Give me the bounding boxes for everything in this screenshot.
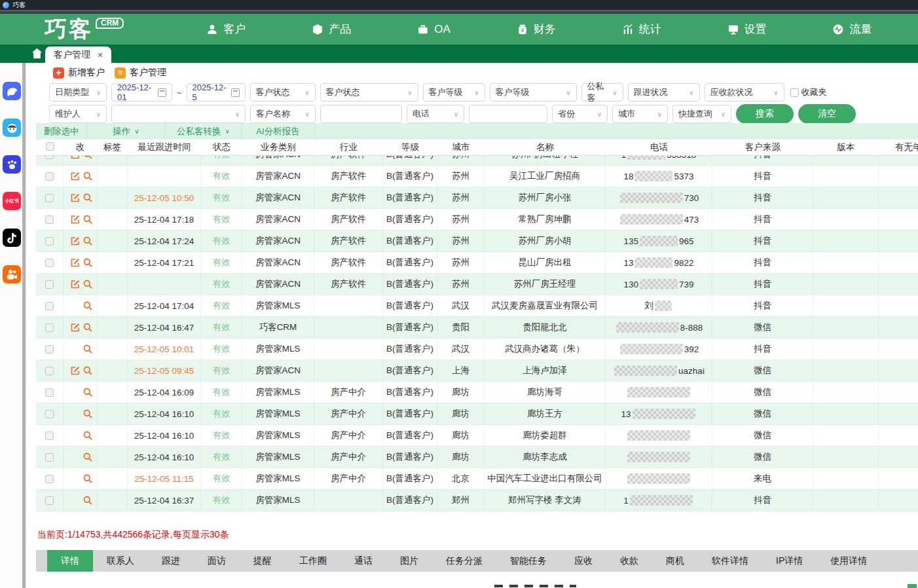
action-操作[interactable]: 操作∨ <box>87 123 166 139</box>
detail-tab-任务分派[interactable]: 任务分派 <box>432 550 496 572</box>
view-search-icon[interactable] <box>83 236 93 246</box>
detail-tab-IP详情[interactable]: IP详情 <box>762 550 817 572</box>
row-checkbox[interactable] <box>45 194 54 202</box>
nav-item-产品[interactable]: 产品 <box>312 22 351 37</box>
detail-tab-软件详情[interactable]: 软件详情 <box>698 550 762 572</box>
manage-customer-button[interactable]: ≡ 客户管理 <box>115 67 166 79</box>
detail-tab-收款[interactable]: 收款 <box>606 550 652 572</box>
edit-icon[interactable] <box>70 193 81 203</box>
row-checkbox[interactable] <box>45 280 54 289</box>
app-shortcut-deepseek[interactable] <box>3 82 21 100</box>
nav-item-流量[interactable]: 流量 <box>832 22 872 37</box>
view-search-icon[interactable] <box>83 387 93 397</box>
detail-tab-商机[interactable]: 商机 <box>652 550 698 572</box>
nav-item-统计[interactable]: 统计 <box>622 22 661 37</box>
row-checkbox[interactable] <box>45 410 54 418</box>
edit-icon[interactable] <box>70 236 81 246</box>
maintainer-select[interactable]: 维护人∨ <box>49 105 107 123</box>
nav-item-财务[interactable]: ¥财务 <box>517 22 556 37</box>
edit-icon[interactable] <box>70 171 81 181</box>
province-select[interactable]: 省份∨ <box>552 105 608 123</box>
city-select[interactable]: 城市∨ <box>612 105 668 123</box>
view-search-icon[interactable] <box>83 301 93 311</box>
select-all-checkbox[interactable] <box>46 142 54 151</box>
detail-tab-提醒[interactable]: 提醒 <box>240 550 285 572</box>
date-from-input[interactable]: 2025-12-01 <box>111 83 172 101</box>
customer-level-select[interactable]: 客户等级∨ <box>423 83 485 101</box>
detail-tab-智能任务[interactable]: 智能任务 <box>496 550 560 572</box>
detail-tab-通话[interactable]: 通话 <box>340 550 386 572</box>
customer-level-select-2[interactable]: 客户等级∨ <box>490 83 577 101</box>
app-shortcut-xiaohongshu[interactable]: 小红书 <box>3 192 21 210</box>
phone-field-select[interactable]: 电话∨ <box>407 105 464 123</box>
view-search-icon[interactable] <box>83 344 93 354</box>
edit-icon[interactable] <box>70 156 81 160</box>
search-button[interactable]: 搜索 <box>736 104 794 124</box>
maintainer-value-select[interactable]: ∨ <box>111 105 246 123</box>
edit-icon[interactable] <box>70 365 81 376</box>
view-search-icon[interactable] <box>83 171 93 181</box>
row-checkbox[interactable] <box>45 388 54 397</box>
row-checkbox[interactable] <box>45 259 54 267</box>
quick-query-select[interactable]: 快捷查询∨ <box>672 105 731 123</box>
view-search-icon[interactable] <box>83 495 93 505</box>
edit-icon[interactable] <box>70 214 81 225</box>
row-checkbox[interactable] <box>45 172 54 181</box>
customer-name-select[interactable]: 客户名称∨ <box>250 105 316 123</box>
detail-tab-图片[interactable]: 图片 <box>386 550 432 572</box>
date-type-select[interactable]: 日期类型∨ <box>49 83 107 101</box>
phone-input[interactable] <box>469 105 547 123</box>
detail-tab-应收[interactable]: 应收 <box>560 550 606 572</box>
detail-tab-面访[interactable]: 面访 <box>194 550 240 572</box>
view-search-icon[interactable] <box>83 409 93 419</box>
detail-tab-工作圈[interactable]: 工作圈 <box>285 550 340 572</box>
view-search-icon[interactable] <box>83 365 93 376</box>
nav-item-设置[interactable]: 设置 <box>727 22 767 37</box>
app-shortcut-doubao[interactable] <box>3 119 21 137</box>
action-AI分析报告[interactable]: AI分析报告 <box>242 123 315 139</box>
home-button[interactable] <box>29 47 45 62</box>
view-search-icon[interactable] <box>83 156 93 160</box>
view-search-icon[interactable] <box>83 214 93 225</box>
row-checkbox[interactable] <box>45 475 54 483</box>
close-icon[interactable]: × <box>98 50 103 60</box>
nav-item-OA[interactable]: OA <box>417 23 450 36</box>
clear-button[interactable]: 清空 <box>798 104 856 124</box>
detail-tab-使用详情[interactable]: 使用详情 <box>817 550 881 572</box>
view-search-icon[interactable] <box>83 430 93 441</box>
row-checkbox[interactable] <box>45 302 54 310</box>
row-checkbox[interactable] <box>45 323 54 332</box>
view-search-icon[interactable] <box>83 322 93 333</box>
edit-icon[interactable] <box>70 257 81 268</box>
row-checkbox[interactable] <box>45 345 54 354</box>
row-checkbox[interactable] <box>45 237 54 246</box>
add-customer-button[interactable]: + 新增客户 <box>53 67 105 79</box>
row-checkbox[interactable] <box>45 496 54 505</box>
view-search-icon[interactable] <box>83 452 93 462</box>
detail-tab-联系人[interactable]: 联系人 <box>93 550 148 572</box>
receivable-status-select[interactable]: 应收款状况∨ <box>705 83 784 101</box>
action-公私客转换[interactable]: 公私客转换∨ <box>166 123 242 139</box>
action-删除选中[interactable]: 删除选中 <box>36 123 87 139</box>
customer-status-select[interactable]: 客户状态∨ <box>250 83 316 101</box>
table-body-viewport[interactable]: 有效房管家ACN房产软件B(普通客户)苏州苏州/ 房出租小柱1533318抖音有… <box>36 156 918 512</box>
app-shortcut-douyin[interactable] <box>3 229 21 247</box>
follow-status-select[interactable]: 跟进状况∨ <box>628 83 700 101</box>
row-checkbox[interactable] <box>45 453 54 462</box>
customer-status-select-2[interactable]: 客户状态∨ <box>320 83 418 101</box>
app-shortcut-kuaishou[interactable] <box>3 265 21 284</box>
edit-icon[interactable] <box>70 279 81 289</box>
nav-item-客户[interactable]: 客户 <box>206 22 246 37</box>
view-search-icon[interactable] <box>83 473 93 484</box>
detail-tab-详情[interactable]: 详情 <box>47 550 93 572</box>
tab-customer-management[interactable]: 客户管理 × <box>45 46 111 63</box>
edit-icon[interactable] <box>70 322 81 333</box>
row-checkbox[interactable] <box>45 367 54 375</box>
date-to-input[interactable]: 2025-12-5 <box>187 83 246 101</box>
customer-name-input[interactable] <box>320 105 402 123</box>
view-search-icon[interactable] <box>83 193 93 203</box>
row-checkbox[interactable] <box>45 215 54 224</box>
app-shortcut-baidu-ai[interactable] <box>3 155 21 174</box>
public-private-select[interactable]: 公私客∨ <box>581 83 623 101</box>
row-checkbox[interactable] <box>45 156 54 159</box>
